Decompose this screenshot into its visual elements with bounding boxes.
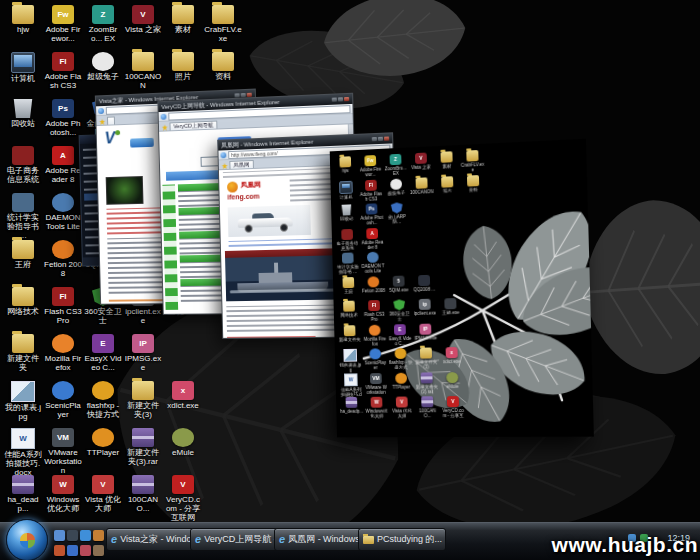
desktop-icon[interactable]: 100CANON: [410, 177, 434, 195]
desktop-icon[interactable]: AAdobe Reader 8: [44, 146, 82, 184]
desktop-icon[interactable]: 超级兔子: [84, 52, 122, 81]
desktop-icon[interactable]: W佳能A系列拍摄技巧.docx: [339, 373, 363, 397]
desktop-icon[interactable]: ZZoomBro... EX: [384, 153, 408, 176]
desktop-icon[interactable]: 计算机: [4, 52, 42, 83]
desktop-icon[interactable]: ha_deadp...: [340, 397, 363, 414]
desktop-icon[interactable]: VVista 优化大师: [390, 396, 414, 418]
desktop-icon[interactable]: W佳能A系列拍摄技巧.docx: [4, 428, 42, 477]
quick-launch-icon[interactable]: [54, 530, 65, 541]
desktop-icon[interactable]: ScenicPlayer: [44, 381, 82, 419]
desktop-icon[interactable]: VVista 之家: [409, 152, 433, 170]
desktop-icon[interactable]: TTPlayer: [84, 428, 122, 457]
desktop-icon[interactable]: 网络技术: [337, 300, 360, 317]
window-controls[interactable]: [372, 136, 389, 141]
desktop-icon[interactable]: 新建文件夹(3): [124, 381, 162, 419]
vista-home-button[interactable]: [130, 138, 154, 148]
quick-launch-icon[interactable]: [54, 545, 65, 556]
taskbar-button[interactable]: PCstudying 的...: [358, 528, 446, 551]
back-icon[interactable]: [161, 113, 167, 119]
taskbar-button[interactable]: eVista之家 - Windo...: [106, 528, 194, 551]
desktop-icon[interactable]: EEasyX Video C...: [388, 324, 412, 346]
desktop-icon[interactable]: VVeryCD.com - 分享互联网: [441, 396, 465, 418]
desktop-icon[interactable]: FwAdobe Firewor...: [44, 5, 82, 43]
desktop-icon[interactable]: 素材: [164, 5, 202, 34]
quick-launch-icon[interactable]: [93, 545, 104, 556]
desktop-icon[interactable]: 王府: [4, 240, 42, 269]
desktop-icon[interactable]: 100CANON: [124, 52, 162, 90]
desktop-icon[interactable]: IPIPMSG.exe: [124, 334, 162, 372]
desktop-icon[interactable]: IPIPMSG.exe: [413, 323, 437, 340]
desktop-icon[interactable]: 超级兔子: [384, 178, 408, 196]
desktop-icon[interactable]: 王晓.exe: [438, 298, 462, 316]
desktop-icon[interactable]: 网络技术: [4, 287, 42, 316]
desktop-icon[interactable]: AAdobe Reader 8: [360, 227, 384, 249]
desktop-icon[interactable]: ScenicPlayer: [364, 348, 388, 370]
desktop-icon[interactable]: 100CANO...: [415, 396, 439, 418]
desktop-icon[interactable]: PsAdobe Photosh...: [44, 99, 82, 137]
desktop-icon[interactable]: 资料: [461, 174, 485, 192]
desktop-icon[interactable]: xxdict.exe: [164, 381, 202, 410]
desktop-icon[interactable]: FlAdobe Flash CS3: [44, 52, 82, 90]
desktop-icon[interactable]: VVeryCD.com - 分享互联网: [164, 475, 202, 522]
tab-ifeng[interactable]: 凤凰网: [229, 160, 253, 169]
desktop-icon[interactable]: hjw: [4, 5, 42, 34]
desktop-icon[interactable]: 55QIM.exe: [387, 275, 411, 292]
back-icon[interactable]: [98, 107, 104, 113]
desktop-icon[interactable]: 照片: [435, 175, 459, 193]
tab-vista-home[interactable]: [107, 116, 115, 124]
desktop-icon[interactable]: 新建文件夹(3).rar: [124, 428, 162, 466]
desktop-icon[interactable]: 我的课表.jpg: [339, 349, 363, 373]
desktop-icon[interactable]: DAEMON Tools Lite: [44, 193, 82, 231]
desktop-icon[interactable]: 新建文件夹: [338, 325, 361, 342]
desktop-icon[interactable]: 计算机: [334, 180, 357, 200]
quick-launch-icon[interactable]: [67, 545, 78, 556]
quick-launch-icon[interactable]: [93, 530, 104, 541]
start-button[interactable]: [6, 519, 48, 560]
desktop-icon[interactable]: Fetion 2008: [44, 240, 82, 278]
desktop-icon[interactable]: flashfxp - 快捷方式: [389, 348, 413, 370]
desktop-icon[interactable]: ZZoomBro... EX: [84, 5, 122, 43]
desktop-icon[interactable]: 我的课表.jpg: [4, 381, 42, 421]
favorites-star-icon[interactable]: [99, 119, 105, 125]
desktop-icon[interactable]: Mozilla Firefox: [363, 324, 387, 346]
desktop-icon[interactable]: 王府: [337, 276, 360, 293]
desktop-icon[interactable]: 照片: [164, 52, 202, 81]
desktop-icon[interactable]: 金山ARP防…: [385, 202, 409, 225]
desktop-icon[interactable]: FlFlash CS3 Pro: [44, 287, 82, 325]
desktop-icon[interactable]: 100CANO...: [124, 475, 162, 513]
desktop-icon[interactable]: CrabFLV.exe: [460, 150, 485, 173]
desktop-icon[interactable]: VVista 优化大师: [84, 475, 122, 513]
desktop-icon[interactable]: TTPlayer: [389, 372, 413, 389]
window-controls[interactable]: [332, 97, 349, 102]
quick-launch-icon[interactable]: [67, 530, 78, 541]
desktop-icon[interactable]: EEasyX Video C...: [84, 334, 122, 372]
desktop-icon[interactable]: 电子商务信息系统: [4, 146, 42, 184]
quick-launch-icon[interactable]: [80, 545, 91, 556]
desktop-icon[interactable]: Mozilla Firefox: [44, 334, 82, 372]
desktop-icon[interactable]: CrabFLV.exe: [204, 5, 242, 43]
desktop-icon[interactable]: 新建文件夹: [4, 334, 42, 372]
desktop-icon[interactable]: 电子商务信息系统: [336, 228, 360, 250]
desktop-icon[interactable]: WWindows优化大师: [44, 475, 82, 513]
desktop-icon[interactable]: 统计学实验指导书 …: [4, 193, 42, 240]
desktop-icon[interactable]: flashfxp - 快捷方式: [84, 381, 122, 419]
desktop-icon[interactable]: VMVMware Workstation: [364, 372, 388, 394]
desktop-icon[interactable]: xxdict.exe: [440, 347, 464, 364]
desktop-icon[interactable]: ipipclient.exe: [413, 299, 437, 316]
desktop-icon[interactable]: WWindows优化大师: [365, 397, 389, 419]
favorites-star-icon[interactable]: [222, 163, 228, 169]
desktop-icon[interactable]: FwAdobe Firewor...: [359, 155, 383, 178]
desktop-icon[interactable]: QQ2008 ...: [412, 274, 436, 292]
desktop-icon[interactable]: FlAdobe Flash CS3: [359, 179, 383, 202]
desktop-icon[interactable]: PsAdobe Photosh...: [360, 203, 384, 226]
taskbar-button[interactable]: eVeryCD上网导航 - ...: [190, 528, 278, 551]
desktop-icon[interactable]: FlFlash CS3 Pro: [362, 300, 386, 322]
desktop-icon[interactable]: 资料: [204, 52, 242, 81]
desktop-icon[interactable]: eMule: [440, 371, 464, 388]
taskbar-button[interactable]: e凤凰网 - Windows...: [274, 528, 362, 551]
desktop-icon[interactable]: 回收站: [4, 99, 42, 128]
back-icon[interactable]: [220, 152, 226, 158]
desktop-icon[interactable]: VVista 之家: [124, 5, 162, 34]
desktop-icon[interactable]: 素材: [435, 151, 459, 169]
favorites-star-icon[interactable]: [162, 125, 168, 131]
